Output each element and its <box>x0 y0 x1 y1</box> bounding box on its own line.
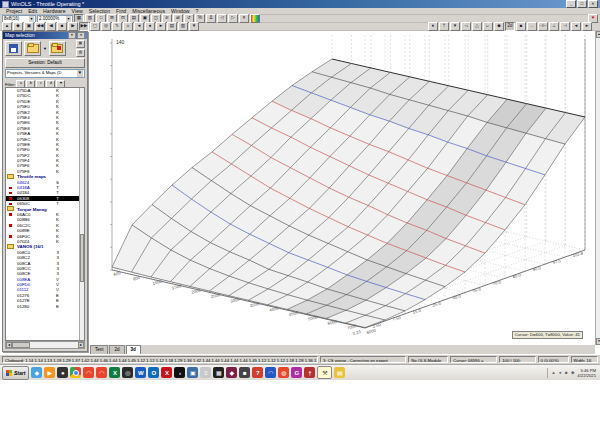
menu-item-hardware[interactable]: Hardware <box>40 8 69 14</box>
camera-app-icon[interactable]: ● <box>57 367 68 378</box>
toolbar1-button-15[interactable]: ≡ <box>239 14 249 23</box>
toolbar2r-button-0[interactable]: ♦ <box>428 22 438 31</box>
yellow-window-app-icon[interactable]: ▤ <box>334 367 345 378</box>
photo-app-icon[interactable]: ▦ <box>213 367 224 378</box>
toolbar2r-button-8[interactable]: ■ <box>516 22 526 31</box>
toolbar2r-button-11[interactable]: ⊥ <box>549 22 559 31</box>
scroll-down-arrow[interactable]: ▼ <box>596 338 600 345</box>
toolbar2-button-9[interactable]: ◎ <box>101 22 111 31</box>
swirl-app-icon-2[interactable]: ◠ <box>96 367 107 378</box>
list-vertical-scrollbar[interactable] <box>79 88 84 340</box>
start-button[interactable]: Start <box>2 366 29 380</box>
media-player-icon[interactable]: ▶ <box>44 367 55 378</box>
import-file-button[interactable] <box>49 41 66 56</box>
save-project-button[interactable] <box>5 41 22 56</box>
plot-vertical-scrollbar[interactable]: ▲ ▼ <box>595 31 600 345</box>
toolbar2-button-10[interactable]: ✎ <box>112 22 122 31</box>
g-meter-app-icon[interactable]: G <box>291 367 302 378</box>
toolbar2-button-13[interactable]: ● <box>145 22 155 31</box>
toolbar2r-button-3[interactable]: ◅ <box>461 22 471 31</box>
menu-item-edit[interactable]: Edit <box>25 8 40 14</box>
map-3d-view[interactable]: 6008001000150020002500300035004000450050… <box>90 31 595 345</box>
toolbar2-button-4[interactable]: ◀ <box>46 22 56 31</box>
toolbar2-button-8[interactable]: ▢ <box>90 22 100 31</box>
red-x-app-icon[interactable]: X <box>161 367 172 378</box>
orange-ring-app-icon[interactable]: ◍ <box>278 367 289 378</box>
scroll-up-arrow[interactable]: ▲ <box>596 31 600 38</box>
toolbar2r-button-13[interactable]: ◄ <box>571 22 581 31</box>
toolbar2r-button-12[interactable]: ⊣ <box>560 22 570 31</box>
properties-button[interactable]: ▥ <box>76 49 85 57</box>
red-marker-icon <box>9 235 12 238</box>
chrome-icon[interactable] <box>70 367 81 378</box>
dark-app-icon[interactable]: ■ <box>239 367 250 378</box>
toolbar2-button-6[interactable]: ▶ <box>68 22 78 31</box>
explorer-icon[interactable]: ▣ <box>187 367 198 378</box>
maximize-button[interactable]: □ <box>577 0 587 8</box>
svg-text:140: 140 <box>116 39 125 45</box>
toolbar2-button-2[interactable]: ▣ <box>24 22 34 31</box>
toolbar2r-button-6[interactable]: ◆ <box>494 22 504 31</box>
toolbar2-button-7[interactable]: ▶▶ <box>79 22 89 31</box>
view-dropdown[interactable]: Projects, Versions & Maps (D▼ <box>5 69 85 78</box>
map-selection-titlebar[interactable]: Map selection ▾ ✕ <box>3 32 87 39</box>
excel-icon[interactable]: X <box>109 367 120 378</box>
toolbar2r-button-7[interactable]: 2d <box>505 22 515 31</box>
toolbar2r-button-2[interactable]: ▼ <box>450 22 460 31</box>
antenna-app-icon[interactable]: † <box>304 367 315 378</box>
minimize-button[interactable]: _ <box>566 0 576 8</box>
map-selection-title: Map selection <box>5 32 35 39</box>
toolbar2-button-17[interactable]: ▼ <box>189 22 199 31</box>
tray-icons[interactable]: ▲ ● ■ ◆ <box>551 370 575 375</box>
toolbar2-button-12[interactable]: ◄ <box>134 22 144 31</box>
terminal-icon[interactable]: › <box>174 367 185 378</box>
panel-close-button[interactable]: ✕ <box>77 32 85 39</box>
water-drop-app-icon[interactable]: ◆ <box>31 367 42 378</box>
map-row[interactable]: 01280E <box>6 304 84 309</box>
toolbar2-button-5[interactable]: ■ <box>57 22 67 31</box>
toolbar1-button-13[interactable]: ◁ <box>217 14 227 23</box>
svg-text:5000: 5000 <box>308 314 319 321</box>
lens-app-icon[interactable]: ◎ <box>122 367 133 378</box>
wrench-winols-icon[interactable]: ⚒ <box>317 366 332 379</box>
toolbar2-button-3[interactable]: ◀◀ <box>35 22 45 31</box>
toolbar2r-button-10[interactable]: ⊣⊢ <box>538 22 548 31</box>
blue-circle-app-icon[interactable]: ◠ <box>265 367 276 378</box>
toolbar2r-button-14[interactable]: ► <box>582 22 592 31</box>
close-button[interactable]: ✕ <box>588 0 598 8</box>
maroon-app-icon[interactable]: ◆ <box>226 367 237 378</box>
toolbar2r-button-5[interactable]: ▻ <box>483 22 493 31</box>
panel-horizontal-scrollbar[interactable]: ◄ ► <box>5 341 85 349</box>
menu-item-project[interactable]: Project <box>3 8 25 14</box>
toolbar2r-button-9[interactable]: ↔ <box>527 22 537 31</box>
toolbar2r-button-1[interactable]: † <box>439 22 449 31</box>
open-dropdown-arrow[interactable]: ▼ <box>43 46 47 51</box>
tab-2d[interactable]: 2d <box>109 345 124 354</box>
panel-pin-button[interactable]: ▾ <box>68 32 76 39</box>
red-marker-icon <box>9 213 12 216</box>
open-project-button[interactable] <box>24 41 41 56</box>
toolbar2-button-16[interactable]: ▥ <box>178 22 188 31</box>
session-button[interactable]: Session: Default <box>5 58 85 68</box>
toolbar2-button-0[interactable]: ▲ <box>2 22 12 31</box>
swirl-app-icon[interactable]: ◠ <box>83 367 94 378</box>
map-list: 075DAK075DCK075DEK075E0K075E2K075E4K075E… <box>5 87 85 341</box>
tab-3d[interactable]: 3d <box>126 345 141 354</box>
toolbar2-button-11[interactable]: ⌗ <box>123 22 133 31</box>
toolbar2-button-14[interactable]: ► <box>156 22 166 31</box>
export-button[interactable]: ▤ <box>76 40 85 48</box>
scroll-thumb[interactable] <box>12 342 30 348</box>
red-seven-app-icon[interactable]: 7 <box>252 367 263 378</box>
color-scale-button[interactable] <box>250 14 260 23</box>
toolbar1-button-14[interactable]: ▷ <box>228 14 238 23</box>
ols-module-status: No OLS-Module <box>408 356 448 363</box>
outlook-icon[interactable]: O <box>148 367 159 378</box>
toolbar1-button-12[interactable]: Δ <box>206 14 216 23</box>
tab-text[interactable]: Text <box>90 345 108 354</box>
word-icon[interactable]: W <box>135 367 146 378</box>
scroll-right-arrow[interactable]: ► <box>78 342 84 348</box>
toolbar2-button-1[interactable]: ◆ <box>13 22 23 31</box>
toolbar2r-button-4[interactable]: △ <box>472 22 482 31</box>
notes-app-icon[interactable]: ≡ <box>200 367 211 378</box>
toolbar2-button-15[interactable]: ▤ <box>167 22 177 31</box>
